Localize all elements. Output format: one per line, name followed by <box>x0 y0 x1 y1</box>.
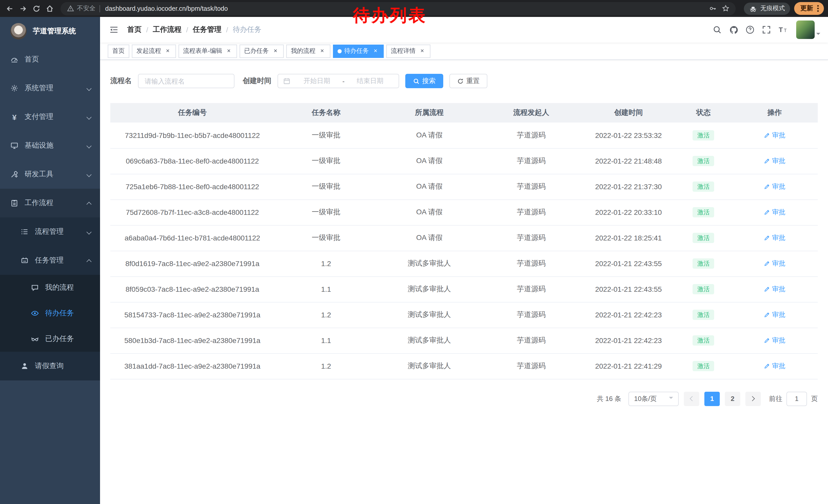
next-page-button[interactable] <box>745 392 761 406</box>
table-row[interactable]: 75d72608-7b7f-11ec-a3c8-acde48001122 一级审… <box>110 199 818 225</box>
tab-close-icon[interactable]: × <box>319 47 326 55</box>
page-button-1[interactable]: 1 <box>704 392 720 406</box>
table-row[interactable]: 725a1eb6-7b88-11ec-8ef0-acde48001122 一级审… <box>110 174 818 199</box>
table-row[interactable]: a6aba0a4-7b6d-11ec-b781-acde48001122 一级审… <box>110 225 818 251</box>
dashboard-gauge-icon <box>10 55 18 63</box>
sidebar-item-leave-query[interactable]: 请假查询 <box>0 352 100 380</box>
sidebar-item-infrastructure[interactable]: 基础设施 <box>0 131 100 160</box>
approve-link[interactable]: 审批 <box>764 284 785 294</box>
tab-form-edit[interactable]: 流程表单-编辑× <box>178 44 237 58</box>
browser-back-button[interactable] <box>3 2 16 15</box>
sidebar-item-todo-tasks[interactable]: 待办任务 <box>0 301 100 326</box>
sidebar-item-process-mgmt[interactable]: 流程管理 <box>0 217 100 246</box>
tab-close-icon[interactable]: × <box>372 47 379 55</box>
tab-close-icon[interactable]: × <box>419 47 426 55</box>
approve-link[interactable]: 审批 <box>764 259 785 268</box>
workflow-submenu: 流程管理 任务管理 我的流程 <box>0 217 100 380</box>
tab-todo-tasks[interactable]: 待办任务× <box>333 44 384 58</box>
approve-link-label: 审批 <box>772 336 785 345</box>
page-size-select[interactable]: 10条/页 <box>628 392 679 406</box>
cell-initiator: 芋道源码 <box>481 174 581 199</box>
table-row[interactable]: 069c6a63-7b8a-11ec-8ef0-acde48001122 一级审… <box>110 148 818 174</box>
page-button-2[interactable]: 2 <box>725 392 740 406</box>
approve-link[interactable]: 审批 <box>764 156 785 166</box>
table-row[interactable]: 381aa1dd-7ac8-11ec-a9e2-a2380e71991a 1.2… <box>110 353 818 379</box>
sidebar-item-workflow[interactable]: 工作流程 <box>0 189 100 217</box>
process-name-input[interactable] <box>138 74 235 88</box>
chevron-up-icon <box>86 201 92 207</box>
approve-link[interactable]: 审批 <box>764 182 785 191</box>
browser-menu-icon[interactable] <box>815 3 821 14</box>
end-date-placeholder[interactable]: 结束日期 <box>346 77 394 86</box>
sidebar-item-home[interactable]: 首页 <box>0 45 100 74</box>
update-label[interactable]: 更新 <box>800 4 813 13</box>
date-separator: - <box>340 77 347 85</box>
approve-link[interactable]: 审批 <box>764 131 785 140</box>
approve-link[interactable]: 审批 <box>764 233 785 242</box>
app-title: 芋道管理系统 <box>33 27 76 36</box>
sidebar-item-dev-tools[interactable]: 研发工具 <box>0 160 100 189</box>
tab-home[interactable]: 首页 <box>108 44 129 58</box>
tab-close-icon[interactable]: × <box>225 47 233 55</box>
approve-link[interactable]: 审批 <box>764 208 785 217</box>
reset-button[interactable]: 重置 <box>449 74 487 88</box>
approve-link[interactable]: 审批 <box>764 310 785 319</box>
table-row[interactable]: 58154733-7ac8-11ec-a9e2-a2380e71991a 1.2… <box>110 302 818 328</box>
security-label[interactable]: 不安全 <box>77 4 95 13</box>
tab-start-process[interactable]: 发起流程× <box>132 44 176 58</box>
bookmark-star-icon[interactable] <box>722 5 730 12</box>
sidebar-item-payment-mgmt[interactable]: ¥ 支付管理 <box>0 102 100 131</box>
tab-done-tasks[interactable]: 已办任务× <box>240 44 284 58</box>
prev-page-button[interactable] <box>684 392 699 406</box>
cell-process: OA 请假 <box>378 174 481 199</box>
user-menu[interactable] <box>796 20 820 39</box>
fullscreen-icon[interactable] <box>759 22 774 37</box>
cell-initiator: 芋道源码 <box>481 276 581 302</box>
cell-created: 2022-01-21 22:43:55 <box>581 251 676 276</box>
tools-icon <box>10 170 18 178</box>
browser-update-button[interactable]: 更新 <box>794 2 824 15</box>
app-logo[interactable]: 芋道管理系统 <box>0 17 100 45</box>
help-icon[interactable] <box>743 22 757 37</box>
svg-text:T: T <box>784 28 787 33</box>
url-text[interactable]: dashboard.yudao.iocoder.cn/bpm/task/todo <box>105 5 704 12</box>
cell-task-name: 一级审批 <box>275 123 378 148</box>
cell-created: 2022-01-22 21:48:48 <box>581 148 676 174</box>
table-row[interactable]: 580e1b3d-7ac8-11ec-a9e2-a2380e71991a 1.1… <box>110 328 818 353</box>
table-row[interactable]: 8f0d1619-7ac8-11ec-a9e2-a2380e71991a 1.2… <box>110 251 818 276</box>
approve-link[interactable]: 审批 <box>764 336 785 345</box>
cell-created: 2022-01-22 20:33:10 <box>581 199 676 225</box>
sidebar-item-system-mgmt[interactable]: 系统管理 <box>0 74 100 102</box>
search-button[interactable]: 搜索 <box>405 74 443 88</box>
address-bar[interactable]: 不安全 dashboard.yudao.iocoder.cn/bpm/task/… <box>60 2 736 15</box>
tab-my-process[interactable]: 我的流程× <box>286 44 330 58</box>
tab-process-detail[interactable]: 流程详情× <box>386 44 430 58</box>
cell-task-name: 1.2 <box>275 353 378 379</box>
start-date-placeholder[interactable]: 开始日期 <box>293 77 340 86</box>
approve-link[interactable]: 审批 <box>764 362 785 371</box>
sidebar-collapse-icon[interactable] <box>108 24 120 36</box>
github-icon[interactable] <box>727 22 741 37</box>
warning-icon[interactable] <box>67 5 74 12</box>
yen-icon: ¥ <box>10 112 18 121</box>
tab-close-icon[interactable]: × <box>164 47 171 55</box>
sidebar-item-done-tasks[interactable]: 已办任务 <box>0 326 100 352</box>
password-key-icon[interactable] <box>709 5 717 12</box>
status-badge: 激活 <box>693 284 714 294</box>
breadcrumb-home[interactable]: 首页 <box>127 25 141 34</box>
search-icon[interactable] <box>710 22 724 37</box>
table-row[interactable]: 8f059c03-7ac8-11ec-a9e2-a2380e71991a 1.1… <box>110 276 818 302</box>
browser-home-button[interactable] <box>43 2 56 15</box>
chevron-down-icon <box>86 172 92 177</box>
avatar[interactable] <box>796 20 815 39</box>
browser-forward-button[interactable] <box>16 2 30 15</box>
browser-reload-button[interactable] <box>30 2 43 15</box>
tab-close-icon[interactable]: × <box>272 47 279 55</box>
table-row[interactable]: 73211d9d-7b9b-11ec-b5b7-acde48001122 一级审… <box>110 123 818 148</box>
clipboard-icon <box>10 199 18 207</box>
goto-page-input[interactable] <box>786 392 807 406</box>
sidebar-item-task-mgmt[interactable]: 任务管理 <box>0 246 100 275</box>
font-size-icon[interactable]: TT <box>776 22 790 37</box>
sidebar-item-my-process[interactable]: 我的流程 <box>0 275 100 301</box>
date-range-picker[interactable]: 开始日期 - 结束日期 <box>278 74 399 88</box>
